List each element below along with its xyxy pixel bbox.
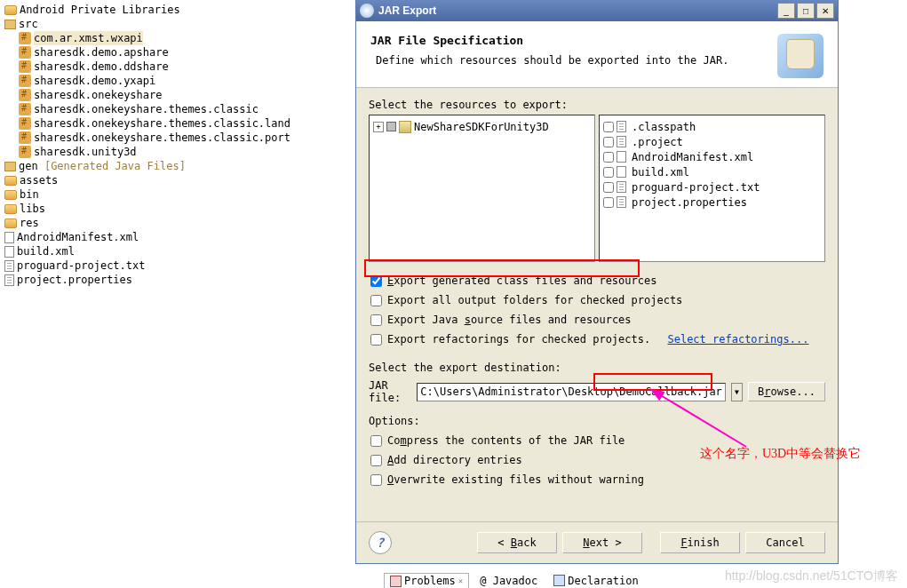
tree-node-file[interactable]: AndroidManifest.xml bbox=[3, 230, 364, 244]
compress-checkbox[interactable] bbox=[370, 435, 382, 447]
tree-node-package[interactable]: sharesdk.onekeyshare.themes.classic.port bbox=[3, 131, 364, 145]
jar-path-prefix: C:\Users\Administrator\Desktop\ bbox=[420, 385, 619, 398]
tab-label: @ Javadoc bbox=[480, 575, 537, 587]
cancel-button[interactable]: Cancel bbox=[745, 532, 825, 553]
jar-wizard-icon bbox=[777, 34, 823, 78]
tree-node-package[interactable]: sharesdk.onekeyshare.themes.classic.land bbox=[3, 116, 364, 131]
tree-node-src[interactable]: src bbox=[3, 17, 364, 31]
expand-icon[interactable]: + bbox=[373, 122, 384, 132]
package-icon bbox=[19, 117, 31, 130]
browse-button[interactable]: Browse... bbox=[748, 382, 825, 401]
resource-file-row[interactable]: proguard-project.txt bbox=[603, 179, 821, 195]
tree-label: src bbox=[19, 17, 38, 31]
tree-node-folder[interactable]: assets bbox=[3, 173, 364, 187]
finish-button[interactable]: Finish bbox=[660, 532, 740, 553]
add-dir-checkbox[interactable] bbox=[370, 455, 382, 466]
tree-node-package[interactable]: sharesdk.demo.ddshare bbox=[3, 60, 364, 74]
checkbox-tristate[interactable] bbox=[386, 122, 396, 131]
tree-label: sharesdk.demo.yxapi bbox=[34, 74, 155, 88]
resource-file-row[interactable]: .project bbox=[603, 134, 821, 149]
tree-node-file[interactable]: proguard-project.txt bbox=[3, 258, 364, 273]
tree-node-package[interactable]: sharesdk.demo.apshare bbox=[3, 45, 364, 60]
file-checkbox[interactable] bbox=[603, 137, 614, 147]
resource-file-row[interactable]: AndroidManifest.xml bbox=[603, 149, 821, 164]
export-class-label: Export generated class files and resourc… bbox=[387, 274, 656, 287]
resource-tree-left[interactable]: + NewShareSDKForUnity3D bbox=[369, 115, 595, 262]
problems-icon bbox=[390, 576, 402, 587]
file-icon bbox=[617, 136, 626, 147]
tree-label: gen bbox=[19, 159, 38, 173]
tree-label: sharesdk.demo.ddshare bbox=[34, 60, 169, 74]
tree-node-file[interactable]: project.properties bbox=[3, 273, 364, 287]
export-refactor-checkbox[interactable] bbox=[370, 334, 382, 346]
wizard-title: JAR File Specification bbox=[370, 34, 777, 47]
file-label: .classpath bbox=[632, 121, 696, 133]
tab-label: Declaration bbox=[568, 575, 638, 587]
back-button[interactable]: < Back bbox=[477, 532, 557, 553]
text-file-icon bbox=[4, 260, 14, 272]
overwrite-label: Overwrite existing files without warning bbox=[387, 473, 644, 486]
file-checkbox[interactable] bbox=[603, 182, 614, 193]
export-java-label: Export Java source files and resources bbox=[387, 314, 632, 326]
close-button[interactable]: ✕ bbox=[816, 3, 834, 19]
file-checkbox[interactable] bbox=[603, 122, 614, 132]
jar-file-dropdown[interactable]: ▼ bbox=[731, 383, 743, 401]
tree-node-folder[interactable]: bin bbox=[3, 187, 364, 202]
tree-label: res bbox=[20, 216, 39, 230]
browse-label: Browse... bbox=[758, 385, 816, 398]
tree-node-package[interactable]: sharesdk.demo.yxapi bbox=[3, 74, 364, 88]
tree-node-package[interactable]: com.ar.xmst.wxapi bbox=[3, 31, 364, 45]
resource-file-row[interactable]: .classpath bbox=[603, 119, 821, 134]
package-icon bbox=[19, 32, 31, 44]
tree-node-package[interactable]: sharesdk.onekeyshare.themes.classic bbox=[3, 102, 364, 116]
export-java-checkbox[interactable] bbox=[370, 314, 382, 326]
help-button[interactable]: ? bbox=[369, 531, 392, 554]
file-checkbox[interactable] bbox=[603, 167, 614, 178]
tree-node-folder[interactable]: libs bbox=[3, 202, 364, 216]
file-label: AndroidManifest.xml bbox=[632, 151, 753, 163]
back-label: < Back bbox=[497, 536, 536, 549]
select-refactorings-link[interactable]: Select refactorings... bbox=[667, 333, 808, 346]
minimize-button[interactable]: _ bbox=[777, 3, 795, 19]
jar-file-input[interactable]: C:\Users\Administrator\Desktop\DemoCallb… bbox=[417, 383, 726, 401]
jar-file-label: JAR file: bbox=[369, 379, 411, 404]
titlebar[interactable]: JAR Export _ □ ✕ bbox=[356, 0, 838, 21]
tree-node-package[interactable]: sharesdk.onekeyshare bbox=[3, 88, 364, 102]
overwrite-checkbox[interactable] bbox=[370, 474, 382, 486]
tree-node-file[interactable]: build.xml bbox=[3, 244, 364, 258]
option-row: Export Java source files and resources bbox=[369, 310, 825, 330]
next-button[interactable]: Next > bbox=[562, 532, 642, 553]
tree-node-libraries[interactable]: Android Private Libraries bbox=[3, 3, 364, 17]
jar-path-filename: DemoCallback.jar bbox=[619, 385, 722, 398]
export-output-checkbox[interactable] bbox=[370, 295, 382, 306]
xml-file-icon bbox=[4, 232, 14, 243]
resource-file-row[interactable]: build.xml bbox=[603, 164, 821, 179]
tree-label: AndroidManifest.xml bbox=[17, 230, 139, 244]
options-label: Options: bbox=[369, 415, 825, 427]
tree-label: Android Private Libraries bbox=[20, 3, 180, 17]
file-label: build.xml bbox=[632, 166, 689, 179]
project-tree: Android Private Libraries src com.ar.xms… bbox=[0, 0, 364, 287]
resource-label: NewShareSDKForUnity3D bbox=[414, 121, 549, 133]
resource-file-list[interactable]: .classpath .project AndroidManifest.xml … bbox=[599, 115, 825, 262]
file-checkbox[interactable] bbox=[603, 197, 614, 208]
resource-project-row[interactable]: + NewShareSDKForUnity3D bbox=[373, 119, 591, 134]
tree-node-folder[interactable]: res bbox=[3, 216, 364, 230]
add-dir-label: Add directory entries bbox=[387, 454, 522, 466]
file-checkbox[interactable] bbox=[603, 152, 614, 163]
annotation-text: 这个名字，U3D中等会替换它 bbox=[700, 446, 861, 462]
tab-javadoc[interactable]: @ Javadoc bbox=[474, 573, 543, 588]
tree-node-package[interactable]: sharesdk.unity3d bbox=[3, 145, 364, 159]
folder-icon bbox=[4, 219, 17, 228]
tab-declaration[interactable]: Declaration bbox=[548, 573, 643, 588]
export-class-checkbox[interactable] bbox=[370, 275, 382, 287]
file-label: .project bbox=[632, 136, 683, 148]
finish-label: Finish bbox=[680, 536, 719, 549]
package-icon bbox=[19, 89, 31, 101]
tree-node-gen[interactable]: gen [Generated Java Files] bbox=[3, 159, 364, 173]
file-label: project.properties bbox=[632, 196, 747, 209]
tree-label: libs bbox=[20, 202, 45, 216]
maximize-button[interactable]: □ bbox=[797, 3, 815, 19]
resource-file-row[interactable]: project.properties bbox=[603, 195, 821, 210]
tab-problems[interactable]: Problems✕ bbox=[384, 573, 469, 588]
